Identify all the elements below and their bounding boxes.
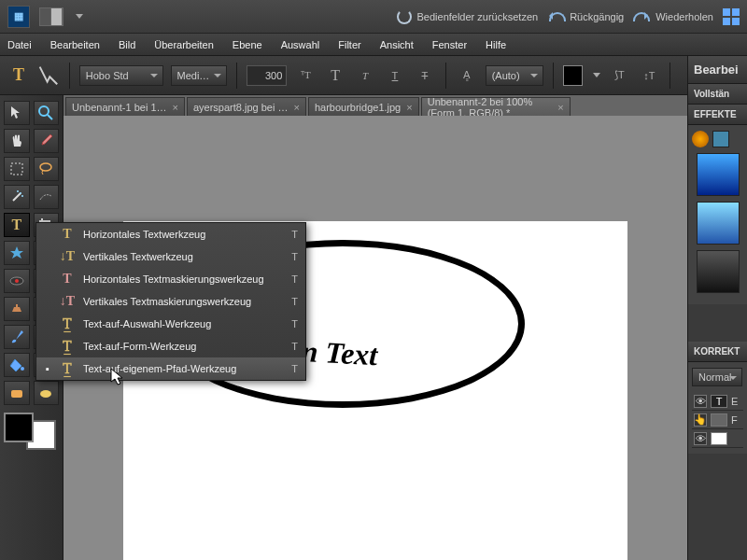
menu-filter[interactable]: Filter <box>338 39 360 50</box>
layer-style-icon[interactable] <box>712 131 729 147</box>
reset-panels-label: Bedienfelder zurücksetzen <box>417 11 539 22</box>
svg-point-18 <box>21 367 24 371</box>
eyedropper-tool[interactable] <box>34 129 60 153</box>
move-tool[interactable] <box>4 101 30 125</box>
panel-tab-edit[interactable]: Bearbei <box>688 56 747 84</box>
paint-bucket-tool[interactable] <box>4 353 30 377</box>
visibility-icon[interactable]: 👁 <box>694 395 707 408</box>
visibility-icon[interactable]: 👆 <box>694 413 707 427</box>
workspace-dropdown[interactable] <box>76 14 83 19</box>
brush-tool[interactable] <box>4 325 30 349</box>
red-eye-tool[interactable] <box>4 269 30 293</box>
menu-window[interactable]: Fenster <box>432 39 467 50</box>
close-icon[interactable]: × <box>293 102 299 113</box>
options-bar: T Hobo Std Medi… 300 ᵀT T T T T A͇ (Auto… <box>0 56 747 95</box>
document-tab[interactable]: ayerspart8.jpg bei …× <box>187 97 306 116</box>
zoom-tool[interactable] <box>34 101 60 125</box>
undo-icon <box>547 12 564 21</box>
font-family-select[interactable]: Hobo Std <box>79 65 163 86</box>
sponge-tool[interactable] <box>34 381 60 405</box>
svg-point-6 <box>17 190 19 192</box>
visibility-icon[interactable]: 👁 <box>694 432 707 445</box>
effect-thumb[interactable] <box>697 250 740 293</box>
layers-panel: Normal 👁TE 👆F 👁 <box>688 362 747 454</box>
undo-button[interactable]: Rückgängig <box>547 11 624 22</box>
close-icon[interactable]: × <box>406 102 412 113</box>
reset-panels-button[interactable]: Bedienfelder zurücksetzen <box>397 9 539 24</box>
menu-view[interactable]: Ansicht <box>380 39 414 50</box>
svg-rect-19 <box>11 390 22 398</box>
flyout-item-text-on-custom-path[interactable]: ▪T̲Text-auf-eigenem-Pfad-WerkzeugT <box>36 357 305 380</box>
flyout-item-vertical-type[interactable]: ↓TVertikales TextwerkzeugT <box>36 245 305 268</box>
magic-wand-tool[interactable] <box>4 185 30 209</box>
menu-image[interactable]: Bild <box>119 39 135 50</box>
panel-tab-corrections[interactable]: KORREKT <box>688 342 747 362</box>
right-panels: Bearbei Vollstän EFFEKTE KORREKT Normal … <box>687 56 747 560</box>
faux-bold-button[interactable]: T <box>324 64 346 87</box>
grid-icon[interactable] <box>723 8 740 25</box>
foreground-color[interactable] <box>4 413 34 442</box>
marquee-tool[interactable] <box>4 157 30 181</box>
font-size-icon: ᵀT <box>294 64 317 87</box>
text-color-dropdown[interactable] <box>593 73 600 77</box>
warp-text-button[interactable]: ⟆T <box>608 64 630 87</box>
blend-mode-select[interactable]: Normal <box>692 368 742 386</box>
menu-layer[interactable]: Ebene <box>233 39 262 50</box>
layer-row[interactable]: 👆F <box>692 411 743 429</box>
undo-label: Rückgängig <box>570 11 624 22</box>
flyout-item-horizontal-mask[interactable]: THorizontales TextmaskierungswerkzeugT <box>36 268 305 290</box>
flyout-item-text-on-shape[interactable]: T̲Text-auf-Form-WerkzeugT <box>36 335 305 357</box>
panel-tab-full[interactable]: Vollstän <box>688 84 747 105</box>
document-tab-bar: Unbenannt-1 bei 1…× ayerspart8.jpg bei …… <box>0 95 747 116</box>
flyout-item-text-on-selection[interactable]: T̲Text-auf-Auswahl-WerkzeugT <box>36 313 305 335</box>
redo-button[interactable]: Wiederholen <box>633 11 713 22</box>
menu-edit[interactable]: Bearbeiten <box>50 39 100 50</box>
leading-select[interactable]: (Auto) <box>486 65 543 86</box>
effects-panel <box>688 125 747 304</box>
faux-italic-button[interactable]: T <box>354 64 376 87</box>
hand-tool[interactable] <box>4 129 30 153</box>
svg-point-13 <box>15 279 19 283</box>
menu-select[interactable]: Auswahl <box>281 39 320 50</box>
svg-point-7 <box>21 195 23 197</box>
close-icon[interactable]: × <box>173 102 178 113</box>
menu-file[interactable]: Datei <box>7 39 32 50</box>
tool-preset-picker[interactable] <box>37 64 60 87</box>
redo-label: Wiederholen <box>655 11 713 22</box>
layer-row[interactable]: 👁TE <box>692 392 743 411</box>
close-icon[interactable]: × <box>557 102 563 113</box>
leading-icon: A͇ <box>456 64 478 87</box>
clone-stamp-tool[interactable] <box>4 297 30 321</box>
layer-row[interactable]: 👁 <box>692 429 743 448</box>
color-swatch[interactable] <box>4 413 56 450</box>
underline-button[interactable]: T <box>384 64 406 87</box>
text-color-swatch[interactable] <box>563 65 584 86</box>
document-tab[interactable]: harbourbridge1.jpg× <box>308 97 419 116</box>
menu-bar: Datei Bearbeiten Bild Überarbeiten Ebene… <box>0 34 747 56</box>
strikethrough-button[interactable]: T <box>414 64 436 87</box>
document-tab[interactable]: Unbenannt-1 bei 1…× <box>65 97 185 116</box>
document-tab-active[interactable]: Unbenannt-2 bei 100% (Form 1, RGB/8) *× <box>421 97 571 116</box>
filter-category-icon[interactable] <box>692 131 709 147</box>
quick-selection-tool[interactable] <box>34 185 60 209</box>
svg-line-1 <box>48 115 52 119</box>
app-icon: ▦ <box>7 6 30 28</box>
flyout-item-horizontal-type[interactable]: THorizontales TextwerkzeugT <box>36 223 305 245</box>
text-orientation-button[interactable]: ↕T <box>638 64 660 87</box>
workspace-toggle[interactable] <box>39 7 63 26</box>
effect-thumb[interactable] <box>697 202 740 245</box>
current-tool-icon: T <box>7 64 30 87</box>
shape-tool[interactable] <box>4 381 30 405</box>
cookie-cutter-tool[interactable] <box>4 241 30 265</box>
flyout-item-vertical-mask[interactable]: ↓TVertikales TextmaskierungswerkzeugT <box>36 290 305 313</box>
svg-point-20 <box>40 390 51 398</box>
lasso-tool[interactable] <box>34 157 60 181</box>
type-tool-flyout: THorizontales TextwerkzeugT ↓TVertikales… <box>35 222 306 381</box>
effect-thumb[interactable] <box>697 153 740 196</box>
type-tool[interactable]: T <box>4 213 30 237</box>
menu-enhance[interactable]: Überarbeiten <box>154 39 214 50</box>
panel-tab-effects[interactable]: EFFEKTE <box>688 105 747 125</box>
font-style-select[interactable]: Medi… <box>171 65 227 86</box>
font-size-input[interactable]: 300 <box>247 65 288 86</box>
menu-help[interactable]: Hilfe <box>486 39 506 50</box>
